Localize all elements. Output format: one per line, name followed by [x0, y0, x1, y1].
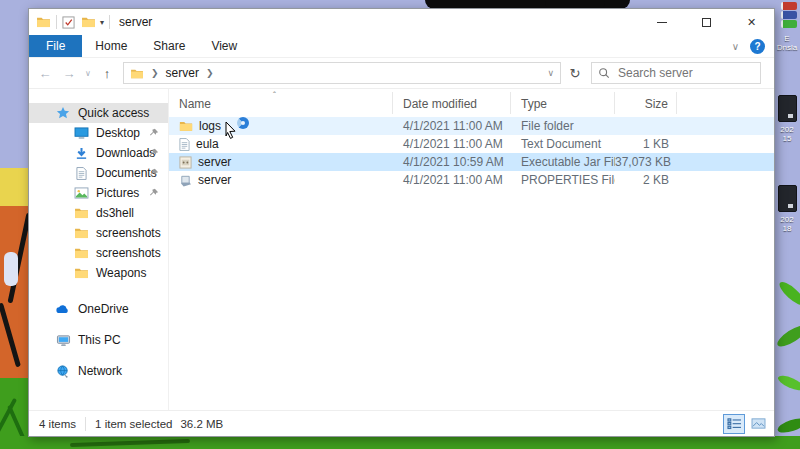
back-button[interactable]: ←: [33, 66, 57, 81]
folder-icon: [73, 227, 89, 239]
folder-icon: [179, 120, 193, 132]
close-button[interactable]: ✕: [729, 9, 774, 35]
file-type: File folder: [511, 119, 615, 133]
column-header-size[interactable]: Size: [615, 92, 677, 114]
file-name-cell: logs: [169, 119, 393, 133]
properties-file-icon: [179, 174, 192, 187]
sidebar-item-label: Documents: [96, 166, 157, 180]
video-thumb-dot: [788, 114, 793, 118]
tab-file[interactable]: File: [29, 35, 82, 57]
sidebar-item-downloads[interactable]: Downloads: [29, 143, 168, 163]
sidebar-gap: [29, 283, 168, 289]
explorer-content: Quick access Desktop Downloads: [29, 89, 774, 410]
sidebar-item-label: Weapons: [96, 266, 146, 280]
video-file-icon[interactable]: [778, 185, 797, 212]
maximize-icon: [702, 18, 711, 27]
tab-share[interactable]: Share: [140, 35, 198, 57]
file-row-logs[interactable]: logs 4/1/2021 11:00 AM File folder: [169, 117, 774, 135]
sidebar-item-screenshots[interactable]: screenshots: [29, 223, 168, 243]
desktop-icon-label: 202 18: [774, 215, 800, 233]
search-box[interactable]: [591, 62, 761, 84]
sidebar-item-network[interactable]: Network: [29, 360, 168, 382]
forward-button[interactable]: →: [57, 66, 81, 81]
file-date: 4/1/2021 11:00 AM: [393, 137, 511, 151]
archive-book-blue: [781, 11, 797, 19]
wallpaper-leaf: [774, 322, 800, 351]
recent-locations-chevron-icon[interactable]: ∨: [81, 69, 95, 78]
pin-icon: [149, 127, 159, 141]
quick-access-star-icon: [55, 106, 71, 120]
tab-view[interactable]: View: [198, 35, 250, 57]
titlebar[interactable]: ▾ server ✕: [29, 9, 774, 35]
folder-icon: [73, 247, 89, 259]
sidebar-item-pictures[interactable]: Pictures: [29, 183, 168, 203]
details-view-icon: [727, 417, 742, 430]
sidebar-item-label: This PC: [78, 333, 121, 347]
help-icon[interactable]: ?: [750, 39, 765, 54]
sidebar-item-label: Pictures: [96, 186, 139, 200]
sidebar-item-quick-access[interactable]: Quick access: [29, 103, 168, 123]
titlebar-separator: [109, 15, 110, 29]
wallpaper-white-patch: [4, 252, 18, 286]
sidebar-item-onedrive[interactable]: OneDrive: [29, 298, 168, 320]
sidebar-item-ds3hell[interactable]: ds3hell: [29, 203, 168, 223]
desktop-icon: [73, 127, 89, 140]
sidebar-item-label: ds3hell: [96, 206, 134, 220]
new-folder-quick-button[interactable]: [81, 16, 96, 28]
up-button[interactable]: ↑: [95, 66, 119, 81]
large-icons-view-icon: [751, 417, 766, 430]
onedrive-cloud-icon: [55, 304, 71, 315]
sidebar-item-label: Network: [78, 364, 122, 378]
jar-file-icon: [179, 156, 192, 169]
file-name: server: [198, 173, 231, 187]
archive-app-icon[interactable]: [781, 2, 798, 29]
maximize-button[interactable]: [684, 9, 729, 35]
selection-size: 36.2 MB: [180, 418, 223, 430]
address-bar[interactable]: ❯ server ❯ ∨: [123, 62, 561, 84]
file-type: Text Document: [511, 137, 615, 151]
label-line: 15: [783, 134, 792, 143]
ribbon-right-controls: ∨ ?: [732, 35, 774, 57]
breadcrumb-chevron-icon: ❯: [151, 68, 159, 78]
quick-access-toolbar-caret-icon[interactable]: ▾: [100, 18, 104, 27]
file-list-pane: ˆ Name Date modified Type Size logs 4/1/…: [168, 89, 774, 410]
breadcrumb-chevron-icon[interactable]: ❯: [206, 68, 214, 78]
desktop-icon-label: E Dnsla: [774, 34, 800, 52]
minimize-icon: [657, 22, 667, 23]
archive-book-red: [781, 2, 797, 10]
column-header-name[interactable]: Name: [169, 92, 393, 114]
status-bar: 4 items 1 item selected 36.2 MB: [29, 410, 774, 436]
sidebar-item-documents[interactable]: Documents: [29, 163, 168, 183]
tab-home[interactable]: Home: [82, 35, 140, 57]
pictures-icon: [73, 187, 89, 199]
sidebar-item-label: Desktop: [96, 126, 140, 140]
video-file-icon[interactable]: [778, 95, 797, 122]
file-size: 1 KB: [615, 137, 677, 151]
sidebar-item-weapons[interactable]: Weapons: [29, 263, 168, 283]
details-view-button[interactable]: [723, 414, 745, 434]
computer-icon: [55, 334, 71, 347]
wallpaper-grass-stroke: [70, 439, 190, 447]
address-dropdown-chevron-icon[interactable]: ∨: [547, 68, 556, 78]
large-icons-view-button[interactable]: [747, 414, 769, 434]
column-header-date-modified[interactable]: Date modified: [393, 92, 511, 114]
sidebar-item-label: screenshots: [96, 226, 161, 240]
sidebar-item-desktop[interactable]: Desktop: [29, 123, 168, 143]
file-row-server-jar[interactable]: server 4/1/2021 10:59 AM Executable Jar …: [169, 153, 774, 171]
file-row-server-properties[interactable]: server 4/1/2021 11:00 AM PROPERTIES File…: [169, 171, 774, 189]
file-row-eula[interactable]: eula 4/1/2021 11:00 AM Text Document 1 K…: [169, 135, 774, 153]
breadcrumb-segment-server[interactable]: server: [166, 66, 199, 80]
navigation-pane: Quick access Desktop Downloads: [29, 89, 168, 410]
column-header-type[interactable]: Type: [511, 92, 615, 114]
expand-ribbon-chevron-icon[interactable]: ∨: [732, 41, 739, 52]
wallpaper-bottom-grass: [0, 436, 800, 449]
sidebar-item-screenshots-2[interactable]: screenshots: [29, 243, 168, 263]
label-line: Dnsla: [777, 43, 797, 52]
properties-quick-button[interactable]: [62, 16, 75, 29]
file-date: 4/1/2021 11:00 AM: [393, 173, 511, 187]
minimize-button[interactable]: [639, 9, 684, 35]
search-input[interactable]: [616, 65, 736, 81]
sidebar-item-this-pc[interactable]: This PC: [29, 329, 168, 351]
refresh-button[interactable]: ↻: [561, 66, 589, 81]
file-name-cell: eula: [169, 137, 393, 151]
